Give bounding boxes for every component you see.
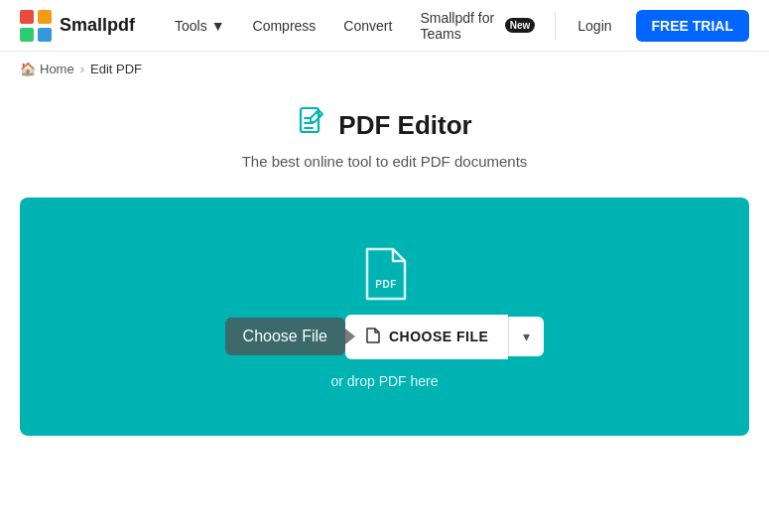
nav-tools[interactable]: Tools ▼ — [163, 12, 237, 40]
file-icon-small — [365, 327, 381, 347]
chevron-down-icon: ▾ — [523, 329, 530, 344]
breadcrumb-separator: › — [80, 62, 84, 76]
navbar: Smallpdf Tools ▼ Compress Convert Smallp… — [0, 0, 769, 52]
pdf-edit-icon — [297, 106, 328, 145]
drop-text: or drop PDF here — [330, 373, 438, 389]
nav-convert[interactable]: Convert — [331, 12, 404, 40]
choose-file-row: Choose File CHOOSE FILE ▾ — [225, 315, 545, 359]
page-header: PDF Editor The best online tool to edit … — [0, 86, 769, 188]
breadcrumb: 🏠 Home › Edit PDF — [0, 52, 769, 86]
nav-links: Tools ▼ Compress Convert Smallpdf for Te… — [163, 4, 547, 48]
free-trial-button[interactable]: FREE TRIAL — [636, 10, 749, 42]
choose-file-button[interactable]: CHOOSE FILE — [345, 315, 508, 359]
choose-file-label: CHOOSE FILE — [389, 329, 488, 344]
page-title: PDF Editor — [338, 110, 471, 141]
page-subtitle: The best online tool to edit PDF documen… — [0, 153, 769, 170]
breadcrumb-current: Edit PDF — [90, 62, 142, 76]
page-title-row: PDF Editor — [0, 106, 769, 145]
breadcrumb-home[interactable]: 🏠 Home — [20, 62, 74, 76]
svg-rect-0 — [20, 10, 34, 24]
nav-compress[interactable]: Compress — [241, 12, 328, 40]
logo[interactable]: Smallpdf — [20, 10, 135, 42]
login-button[interactable]: Login — [564, 12, 625, 40]
svg-rect-3 — [38, 28, 52, 42]
nav-divider — [555, 12, 556, 40]
logo-icon — [20, 10, 52, 42]
dropdown-button[interactable]: ▾ — [508, 317, 544, 356]
drop-zone[interactable]: PDF Choose File CHOOSE FILE ▾ or drop PD… — [20, 198, 749, 436]
home-icon: 🏠 — [20, 62, 36, 76]
choose-file-tooltip: Choose File — [225, 318, 345, 355]
logo-text: Smallpdf — [60, 15, 135, 36]
svg-rect-1 — [38, 10, 52, 24]
chevron-down-icon: ▼ — [211, 18, 225, 34]
pdf-file-icon: PDF — [361, 245, 409, 301]
nav-teams[interactable]: Smallpdf for Teams New — [408, 4, 547, 48]
choose-file-buttons: CHOOSE FILE ▾ — [345, 315, 544, 359]
new-badge: New — [505, 18, 536, 33]
svg-text:PDF: PDF — [375, 279, 397, 290]
svg-rect-2 — [20, 28, 34, 42]
nav-right: Login FREE TRIAL — [564, 10, 749, 42]
